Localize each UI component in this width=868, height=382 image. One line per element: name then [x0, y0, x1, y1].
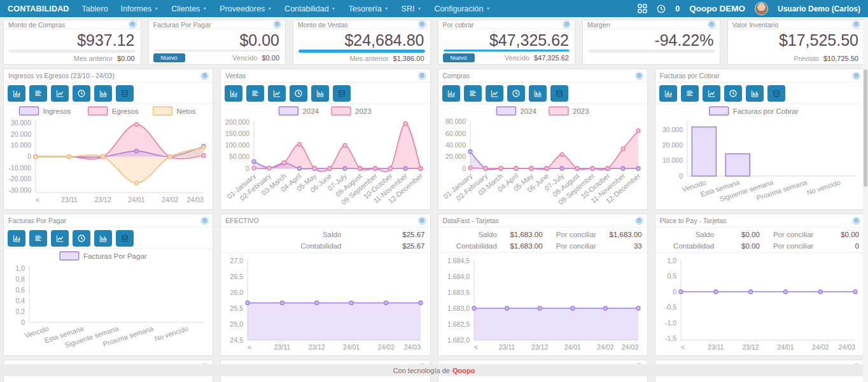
kpi-title: Monto de Ventas — [298, 21, 348, 29]
clock-button[interactable] — [73, 230, 90, 247]
gear-icon[interactable]: ⚙ — [635, 72, 643, 80]
chart-area: 1,00,80,60,40,20VencidoEsta semanaSiguie… — [4, 249, 213, 355]
clock-icon[interactable] — [657, 4, 666, 13]
svg-text:2024: 2024 — [520, 107, 536, 115]
align-left-button[interactable] — [464, 85, 482, 102]
svg-text:0,6: 0,6 — [15, 286, 25, 294]
nav-item-contabilidad[interactable]: Contabilidad▼ — [284, 4, 335, 13]
column-chart-button[interactable] — [746, 85, 764, 102]
column-chart-button[interactable] — [311, 85, 329, 102]
align-left-button[interactable] — [246, 85, 264, 102]
nav-item-clientes[interactable]: Clientes▼ — [171, 4, 207, 13]
chart-toolbar — [655, 83, 864, 104]
nav-item-tablero[interactable]: Tablero — [82, 4, 108, 13]
gear-icon[interactable]: ⚙ — [418, 217, 426, 225]
stat-value: $1,683.00 — [497, 242, 543, 250]
activity-count[interactable]: 0 — [675, 4, 680, 13]
nav-item-proveedores[interactable]: Proveedores▼ — [220, 4, 272, 13]
bar-chart-button[interactable] — [225, 85, 242, 102]
kpi-valor-inventario: Valor Inventario⚙ $17,525.50 Previsto$10… — [727, 20, 865, 65]
account-stats: Saldo$25.67 Contabilidad$25.67 — [221, 228, 430, 253]
line-chart-button[interactable] — [268, 85, 286, 102]
scrollbar-thumb[interactable] — [864, 69, 867, 187]
align-left-button[interactable] — [29, 85, 47, 102]
line-chart-button[interactable] — [51, 85, 69, 102]
align-left-button[interactable] — [29, 230, 47, 247]
vertical-scrollbar[interactable] — [863, 17, 868, 382]
user-menu[interactable]: Usuario Demo (Carlos) — [778, 4, 860, 13]
kpi-value: $937.12 — [4, 29, 141, 50]
svg-text:0: 0 — [27, 153, 31, 160]
line-chart-button[interactable] — [486, 85, 503, 102]
gear-icon[interactable]: ⚙ — [418, 72, 426, 80]
app-brand[interactable]: CONTABILIDAD — [8, 4, 69, 13]
svg-text:-1,0: -1,0 — [665, 319, 676, 327]
nuevo-button[interactable]: Nuevo — [443, 53, 475, 62]
svg-text:24/01: 24/01 — [777, 343, 794, 351]
widget-ingresos-egresos: Ingresos vs Egresos (23/10 - 24/03)⚙ 30.… — [3, 69, 213, 210]
svg-text:20.000: 20.000 — [662, 141, 683, 149]
line-chart-button[interactable] — [51, 230, 69, 247]
chart-area: 200.000150.000100.00050.000001-January02… — [221, 104, 430, 209]
chart-area: 30.00020.00010.0000-10.000-20.000-30.000… — [4, 104, 213, 209]
database-button — [116, 230, 134, 247]
gear-icon[interactable]: ⚙ — [563, 20, 571, 29]
apps-grid-icon[interactable] — [638, 4, 647, 13]
svg-text:26,0: 26,0 — [230, 289, 244, 296]
compras-chart: 80.00060.00040.00020.000001-January02-Fe… — [438, 104, 647, 209]
bar-chart-button[interactable] — [8, 85, 25, 102]
kpi-value: $0.00 — [149, 29, 286, 50]
gear-icon[interactable]: ⚙ — [129, 20, 137, 29]
footer: Con tecnología de Qoopo — [0, 364, 868, 376]
gear-icon[interactable]: ⚙ — [635, 217, 643, 225]
clock-button[interactable] — [507, 85, 525, 102]
gear-icon[interactable]: ⚙ — [200, 217, 209, 225]
column-chart-button[interactable] — [529, 85, 547, 102]
kpi-value: -94.22% — [583, 29, 720, 50]
svg-text:24/03: 24/03 — [621, 343, 638, 351]
nav-item-tesoreria[interactable]: Tesorería▼ — [349, 4, 389, 13]
top-navbar: CONTABILIDAD Tablero Informes▼ Clientes▼… — [0, 0, 868, 17]
user-avatar[interactable] — [755, 2, 768, 15]
svg-text:23/12: 23/12 — [531, 343, 548, 351]
svg-text:80.000: 80.000 — [445, 118, 465, 125]
gear-icon[interactable]: ⚙ — [852, 72, 860, 80]
chevron-down-icon: ▼ — [202, 6, 207, 11]
chevron-down-icon: ▼ — [384, 6, 389, 11]
gear-icon[interactable]: ⚙ — [200, 72, 209, 80]
column-chart-button[interactable] — [94, 230, 112, 247]
line-chart-button[interactable] — [703, 85, 720, 102]
nuevo-button[interactable]: Nuevo — [153, 53, 185, 62]
gear-icon[interactable]: ⚙ — [852, 20, 860, 29]
kpi-monto-compras: Monto de Compras⚙ $937.12 Mes anterior$0… — [3, 20, 141, 65]
bar-chart-button[interactable] — [659, 85, 677, 102]
clock-button[interactable] — [290, 85, 307, 102]
nav-item-configuracion[interactable]: Configuración▼ — [434, 4, 490, 13]
svg-text:No vencido: No vencido — [806, 178, 841, 196]
column-chart-button[interactable] — [94, 85, 112, 102]
stat-label: Contabilidad — [661, 242, 714, 250]
nav-item-informes[interactable]: Informes▼ — [121, 4, 159, 13]
gear-icon[interactable]: ⚙ — [708, 20, 716, 29]
clock-button[interactable] — [73, 85, 90, 102]
svg-text:1.684,0: 1.684,0 — [447, 273, 469, 280]
align-left-button[interactable] — [681, 85, 699, 102]
svg-text:0,5: 0,5 — [667, 272, 676, 280]
company-name[interactable]: Qoopo DEMO — [689, 4, 745, 13]
clock-button[interactable] — [724, 85, 742, 102]
bar-chart-button[interactable] — [442, 85, 460, 102]
kpi-footer-value: $0.00 — [117, 55, 135, 62]
gear-icon[interactable]: ⚙ — [852, 217, 860, 225]
facturas-cobrar-chart: 30.00020.00010.0000VencidoEsta semanaSig… — [655, 104, 864, 209]
svg-text:1.683,0: 1.683,0 — [447, 304, 469, 312]
stat-value: $0.00 — [714, 231, 760, 238]
svg-text:60.000: 60.000 — [445, 130, 465, 137]
svg-text:30.000: 30.000 — [662, 126, 683, 133]
stat-value: $0.00 — [813, 231, 859, 238]
chevron-down-icon: ▼ — [267, 6, 272, 11]
footer-brand-link[interactable]: Qoopo — [452, 367, 475, 374]
bar-chart-button[interactable] — [8, 230, 25, 247]
gear-icon[interactable]: ⚙ — [273, 20, 281, 29]
gear-icon[interactable]: ⚙ — [418, 20, 426, 29]
nav-item-sri[interactable]: SRI▼ — [402, 4, 422, 13]
